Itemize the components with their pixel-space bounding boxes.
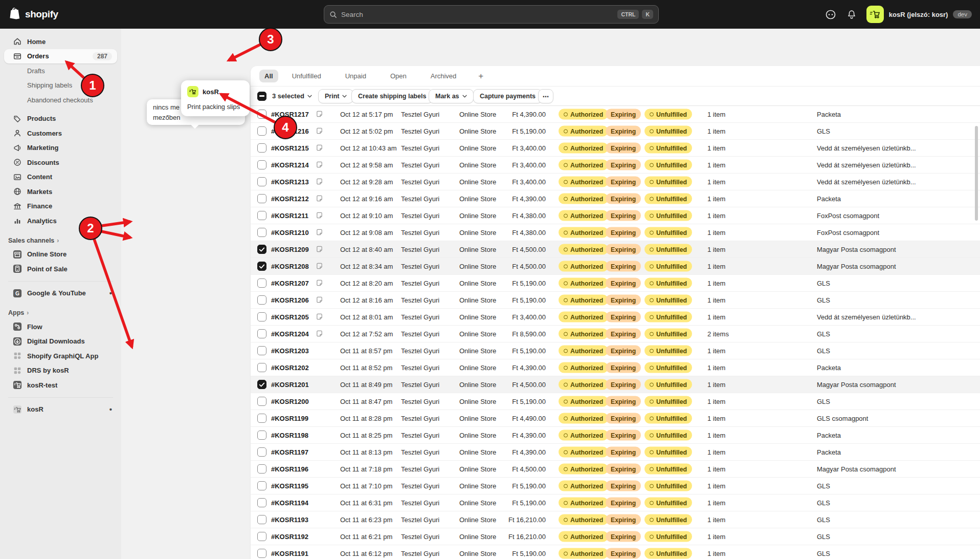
sidebar-item-orders[interactable]: Orders287: [4, 49, 117, 64]
order-id[interactable]: #KOSR1208: [271, 263, 309, 270]
row-checkbox[interactable]: [257, 312, 266, 321]
row-checkbox[interactable]: [257, 447, 266, 457]
sidebar-item-content[interactable]: Content: [4, 170, 117, 185]
add-view-button[interactable]: +: [475, 71, 486, 81]
sidebar-subitem-drafts[interactable]: Drafts: [0, 63, 121, 78]
order-id[interactable]: #KOSR1211: [271, 212, 308, 220]
table-row[interactable]: #KOSR1213 Oct 12 at 9:28 am Tesztel Gyur…: [251, 174, 980, 190]
table-row[interactable]: #KOSR1210 Oct 12 at 9:08 am Tesztel Gyur…: [251, 224, 980, 241]
row-checkbox[interactable]: [257, 245, 266, 254]
sidebar-item-markets[interactable]: Markets: [4, 184, 117, 199]
table-row[interactable]: #KOSR1200 Oct 11 at 8:47 pm Tesztel Gyur…: [251, 393, 980, 410]
selected-count-dropdown[interactable]: 3 selected: [272, 92, 312, 100]
table-row[interactable]: #KOSR1195 Oct 11 at 7:10 pm Tesztel Gyur…: [251, 478, 980, 494]
order-id[interactable]: #KOSR1195: [271, 482, 308, 490]
row-checkbox[interactable]: [257, 380, 266, 389]
row-checkbox[interactable]: [257, 329, 266, 338]
sidebar-item-drs-by-kosr[interactable]: DRS by kosR: [4, 363, 117, 378]
order-id[interactable]: #KOSR1205: [271, 313, 309, 321]
table-row[interactable]: #KOSR1194 Oct 11 at 6:31 pm Tesztel Gyur…: [251, 494, 980, 511]
row-checkbox[interactable]: [257, 110, 266, 119]
row-checkbox[interactable]: [257, 211, 266, 220]
sidebar-item-finance[interactable]: Finance: [4, 199, 117, 214]
sidebar-item-shopify-graphiql-app[interactable]: Shopify GraphiQL App: [4, 349, 117, 363]
row-checkbox[interactable]: [257, 431, 266, 440]
sidebar-item-kosr-test[interactable]: kosR-test: [4, 378, 117, 393]
order-id[interactable]: #KOSR1216: [271, 127, 309, 135]
sidebar-item-flow[interactable]: Flow: [4, 319, 117, 334]
sidebar-section-sales-channels[interactable]: Sales channels›: [0, 234, 121, 247]
sidebar-subitem-shipping-labels[interactable]: Shipping labels: [0, 78, 121, 93]
row-checkbox[interactable]: [257, 262, 266, 271]
table-row[interactable]: #KOSR1192 Oct 11 at 6:21 pm Tesztel Gyur…: [251, 528, 980, 545]
order-id[interactable]: #KOSR1200: [271, 398, 309, 405]
order-id[interactable]: #KOSR1192: [271, 533, 308, 541]
table-row[interactable]: #KOSR1217 Oct 12 at 5:17 pm Tesztel Gyur…: [251, 106, 980, 123]
table-row[interactable]: #KOSR1197 Oct 11 at 8:13 pm Tesztel Gyur…: [251, 444, 980, 461]
table-row[interactable]: #KOSR1214 Oct 12 at 9:58 am Tesztel Gyur…: [251, 157, 980, 174]
table-row[interactable]: #KOSR1191 Oct 11 at 6:12 pm Tesztel Gyur…: [251, 545, 980, 559]
tab-all[interactable]: All: [259, 70, 278, 82]
print-button[interactable]: Print: [318, 89, 353, 103]
sidebar-item-marketing[interactable]: Marketing: [4, 141, 117, 156]
sidebar-item-digital-downloads[interactable]: Digital Downloads: [4, 334, 117, 349]
order-id[interactable]: #KOSR1202: [271, 364, 309, 372]
table-row[interactable]: #KOSR1215 Oct 12 at 10:43 am Tesztel Gyu…: [251, 140, 980, 157]
order-id[interactable]: #KOSR1194: [271, 499, 308, 507]
sidebar-item-products[interactable]: Products: [4, 112, 117, 126]
row-checkbox[interactable]: [257, 397, 266, 406]
order-id[interactable]: #KOSR1191: [271, 550, 308, 557]
table-row[interactable]: #KOSR1207 Oct 12 at 8:20 am Tesztel Gyur…: [251, 275, 980, 292]
row-checkbox[interactable]: [257, 143, 266, 153]
table-row[interactable]: #KOSR1206 Oct 12 at 8:16 am Tesztel Gyur…: [251, 292, 980, 309]
row-checkbox[interactable]: [257, 549, 266, 558]
row-checkbox[interactable]: [257, 295, 266, 305]
row-checkbox[interactable]: [257, 346, 266, 355]
order-id[interactable]: #KOSR1212: [271, 195, 309, 203]
mark-as-button[interactable]: Mark as: [429, 89, 474, 103]
tab-unfulfilled[interactable]: Unfulfilled: [287, 70, 326, 82]
table-row[interactable]: #KOSR1196 Oct 11 at 7:18 pm Tesztel Gyur…: [251, 461, 980, 478]
order-id[interactable]: #KOSR1209: [271, 246, 309, 253]
order-id[interactable]: #KOSR1197: [271, 448, 308, 456]
sidebar-item-analytics[interactable]: Analytics: [4, 213, 117, 228]
row-checkbox[interactable]: [257, 228, 266, 237]
order-id[interactable]: #KOSR1215: [271, 144, 309, 152]
table-row[interactable]: #KOSR1205 Oct 12 at 8:01 am Tesztel Gyur…: [251, 309, 980, 326]
sidebar-item-google-youtube[interactable]: G Google & YouTube•: [4, 286, 117, 301]
order-id[interactable]: #KOSR1207: [271, 280, 309, 287]
row-checkbox[interactable]: [257, 363, 266, 372]
sidebar-item-point-of-sale[interactable]: Point of Sale: [4, 262, 117, 276]
capture-payments-button[interactable]: Capture payments: [473, 89, 542, 103]
order-id[interactable]: #KOSR1203: [271, 347, 309, 355]
table-row[interactable]: #KOSR1199 Oct 11 at 8:28 pm Tesztel Gyur…: [251, 410, 980, 427]
shopify-logo[interactable]: shopify: [9, 7, 58, 21]
sidebar-item-customers[interactable]: Customers: [4, 126, 117, 141]
table-row[interactable]: #KOSR1201 Oct 11 at 8:49 pm Tesztel Gyur…: [251, 376, 980, 393]
tab-open[interactable]: Open: [385, 70, 412, 82]
row-checkbox[interactable]: [257, 498, 266, 507]
row-checkbox[interactable]: [257, 160, 266, 169]
order-id[interactable]: #KOSR1210: [271, 229, 309, 236]
sidebar-item-home[interactable]: Home: [4, 34, 117, 49]
table-row[interactable]: #KOSR1211 Oct 12 at 9:10 am Tesztel Gyur…: [251, 207, 980, 224]
table-row[interactable]: #KOSR1203 Oct 11 at 8:57 pm Tesztel Gyur…: [251, 342, 980, 359]
table-row[interactable]: #KOSR1208 Oct 12 at 8:34 am Tesztel Gyur…: [251, 258, 980, 275]
row-checkbox[interactable]: [257, 464, 266, 474]
order-id[interactable]: #KOSR1206: [271, 296, 309, 304]
row-checkbox[interactable]: [257, 126, 266, 136]
vertical-scrollbar[interactable]: [975, 126, 978, 221]
row-checkbox[interactable]: [257, 177, 266, 186]
order-id[interactable]: #KOSR1214: [271, 161, 309, 169]
row-checkbox[interactable]: [257, 515, 266, 524]
print-packing-slips-item[interactable]: Print packing slips: [184, 99, 247, 113]
order-id[interactable]: #KOSR1198: [271, 432, 308, 439]
table-row[interactable]: #KOSR1198 Oct 11 at 8:25 pm Tesztel Gyur…: [251, 427, 980, 444]
table-row[interactable]: #KOSR1202 Oct 11 at 8:52 pm Tesztel Gyur…: [251, 359, 980, 376]
tab-unpaid[interactable]: Unpaid: [340, 70, 371, 82]
order-id[interactable]: #KOSR1193: [271, 516, 308, 524]
row-checkbox[interactable]: [257, 278, 266, 288]
store-menu[interactable]: kosR (jelszó: kosr) dev: [866, 6, 972, 23]
select-all-checkbox[interactable]: [257, 92, 266, 101]
more-actions-button[interactable]: ⋯: [538, 89, 553, 103]
